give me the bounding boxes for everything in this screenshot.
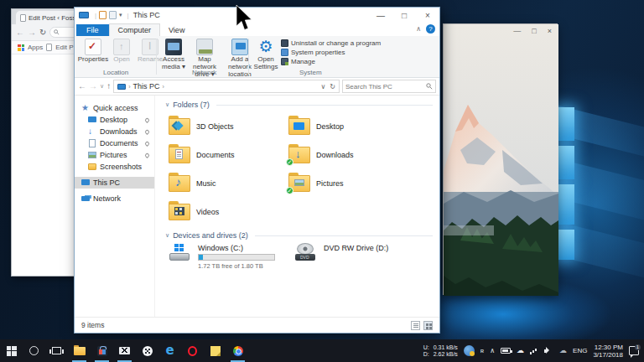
- drive-tile-c[interactable]: Windows (C:) 1.72 TB free of 1.80 TB: [169, 243, 294, 270]
- folders-grid: 3D Objects Desktop Documents ↓✓ Download…: [169, 112, 420, 226]
- bookmark-apps[interactable]: Apps: [28, 44, 43, 51]
- manage-icon: [281, 58, 288, 65]
- properties-button[interactable]: Properties: [80, 39, 106, 64]
- drives-group-header[interactable]: ∨ Devices and drives (2): [165, 231, 433, 240]
- opera-taskbar-button[interactable]: [181, 339, 204, 362]
- battery-icon[interactable]: [501, 348, 511, 354]
- volume-icon[interactable]: [544, 347, 553, 354]
- help-icon[interactable]: ?: [426, 24, 435, 34]
- recent-locations-dropdown-icon[interactable]: ∨: [100, 83, 104, 90]
- edge-icon: e: [165, 344, 174, 357]
- open-settings-button[interactable]: ⚙ Open Settings: [252, 39, 279, 71]
- tab-computer[interactable]: Computer: [109, 23, 161, 36]
- folder-tile-documents[interactable]: Documents: [169, 141, 288, 169]
- page-icon: [20, 14, 26, 22]
- onedrive-cloud-icon[interactable]: ☁: [517, 347, 524, 354]
- this-pc-icon: [81, 178, 90, 187]
- qat-properties-icon[interactable]: [99, 11, 106, 19]
- folder-tile-desktop[interactable]: Desktop: [288, 112, 408, 141]
- sidebar-item-downloads[interactable]: ↓ Downloads: [75, 126, 154, 137]
- maximize-button[interactable]: □: [532, 28, 536, 35]
- details-view-button[interactable]: [411, 321, 420, 330]
- film-icon: [174, 207, 184, 215]
- clock[interactable]: 12:30 PM 3/17/2018: [593, 344, 623, 359]
- folder-icon: [169, 204, 190, 220]
- search-input[interactable]: [345, 83, 426, 90]
- breadcrumb-this-pc[interactable]: This PC: [132, 82, 159, 90]
- folder-icon: [74, 347, 86, 355]
- app-icon: [143, 346, 153, 356]
- taskbar: e U:0.31 kB/s D:2.62 kB/s ʀ ∧ ☁ ☁ ENG 12…: [0, 339, 644, 362]
- folder-tile-downloads[interactable]: ↓✓ Downloads: [288, 141, 408, 169]
- back-button[interactable]: ←: [78, 82, 86, 90]
- maximize-button[interactable]: □: [392, 8, 416, 23]
- window-title: This PC: [133, 11, 160, 19]
- search-box[interactable]: [342, 80, 436, 93]
- sidebar-item-desktop[interactable]: Desktop: [75, 114, 154, 126]
- edge-taskbar-button[interactable]: e: [158, 339, 181, 362]
- forward-button[interactable]: →: [89, 82, 97, 90]
- folder-tile-videos[interactable]: Videos: [169, 198, 288, 226]
- sticky-notes-taskbar-button[interactable]: [204, 339, 226, 362]
- language-indicator[interactable]: ENG: [573, 347, 587, 354]
- pinned-app-taskbar-button[interactable]: [136, 339, 158, 362]
- close-button[interactable]: ×: [416, 8, 439, 23]
- sidebar-item-pictures[interactable]: Pictures: [75, 149, 154, 161]
- folder-tile-3d-objects[interactable]: 3D Objects: [169, 112, 288, 141]
- collapse-ribbon-icon[interactable]: ∧: [416, 25, 421, 33]
- sidebar-item-this-pc[interactable]: This PC: [75, 177, 154, 189]
- uninstall-program-button[interactable]: Uninstall or change a program: [281, 39, 381, 47]
- refresh-icon[interactable]: ↻: [330, 83, 335, 90]
- start-button[interactable]: [0, 339, 23, 362]
- chevron-up-icon[interactable]: ∧: [490, 347, 495, 354]
- tray-app-icon[interactable]: [464, 345, 475, 356]
- mail-taskbar-button[interactable]: [113, 339, 136, 362]
- chrome-taskbar-button[interactable]: [226, 339, 249, 362]
- file-explorer-window[interactable]: | ▾ | This PC — □ × File Computer View ∧…: [74, 7, 440, 334]
- sidebar-item-documents[interactable]: Documents: [75, 137, 154, 149]
- net-speed-monitor[interactable]: U:0.31 kB/s D:2.62 kB/s: [423, 344, 458, 358]
- bookmark-edit-post[interactable]: Edit P: [55, 44, 73, 51]
- cortana-button[interactable]: [23, 339, 45, 362]
- minimize-button[interactable]: —: [513, 28, 521, 35]
- sidebar-item-quick-access[interactable]: ★ Quick access: [75, 102, 154, 114]
- browser-reload-button[interactable]: ↻: [39, 28, 46, 37]
- browser-back-button[interactable]: ←: [16, 28, 24, 37]
- date: 3/17/2018: [593, 351, 623, 359]
- breadcrumb[interactable]: › This PC › ∨ ↻: [113, 80, 340, 93]
- tray-r-app-icon[interactable]: ʀ: [480, 347, 484, 354]
- apps-grid-icon: [18, 44, 24, 51]
- manage-button[interactable]: Manage: [281, 58, 381, 65]
- task-view-button[interactable]: [45, 339, 68, 362]
- qat-new-folder-icon[interactable]: [109, 11, 117, 19]
- folder-tile-pictures[interactable]: ✓ Pictures: [288, 169, 408, 198]
- address-dropdown-icon[interactable]: ∨: [320, 83, 325, 90]
- navigation-pane: ★ Quick access Desktop ↓ Downloads Docum…: [75, 96, 155, 317]
- drives-grid: Windows (C:) 1.72 TB free of 1.80 TB DVD…: [169, 243, 433, 270]
- cloud-icon[interactable]: ☁: [559, 347, 567, 354]
- file-explorer-taskbar-button[interactable]: [68, 339, 91, 362]
- thumbnail-view-button[interactable]: [423, 321, 433, 330]
- minimize-button[interactable]: —: [369, 8, 392, 23]
- sidebar-item-screenshots[interactable]: Screenshots: [75, 161, 154, 173]
- drive-tile-dvd[interactable]: DVD RW Drive (D:): [294, 243, 420, 270]
- folder-tile-music[interactable]: ♪ Music: [169, 169, 288, 198]
- up-button[interactable]: ↑: [106, 82, 111, 90]
- tab-view[interactable]: View: [160, 24, 193, 36]
- qat-customize-dropdown-icon[interactable]: ▾: [119, 12, 122, 18]
- action-center-icon[interactable]: 1: [629, 346, 639, 355]
- folders-group-header[interactable]: ∨ Folders (7): [165, 101, 433, 109]
- system-properties-button[interactable]: System properties: [281, 49, 381, 56]
- desktop: Edit Post ‹ Fossb ← → ↻ Apps Edit P: [0, 0, 644, 362]
- sidebar-item-network[interactable]: Network: [75, 193, 154, 204]
- store-taskbar-button[interactable]: [91, 339, 113, 362]
- access-media-icon: [165, 39, 182, 55]
- documents-icon: [88, 139, 96, 147]
- browser-forward-button[interactable]: →: [28, 28, 36, 37]
- close-button[interactable]: ×: [548, 28, 552, 35]
- access-media-button[interactable]: Access media ▾: [160, 39, 187, 71]
- network-signal-icon[interactable]: [530, 347, 538, 354]
- tab-file[interactable]: File: [76, 24, 109, 36]
- open-button[interactable]: Open: [108, 39, 135, 64]
- photos-window[interactable]: — □ ×: [443, 23, 558, 295]
